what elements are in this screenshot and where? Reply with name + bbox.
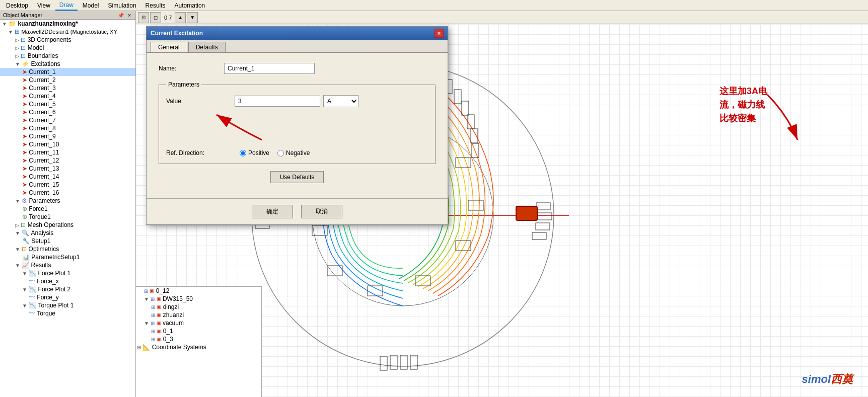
- menu-desktop[interactable]: Desktop: [2, 1, 32, 10]
- tree-optimetrics[interactable]: ▼ ⊡ Optimetrics: [0, 245, 135, 253]
- confirm-button[interactable]: 确定: [252, 205, 293, 218]
- tree-current-13[interactable]: ➤ Current_13: [0, 165, 135, 173]
- tree-current-1[interactable]: ➤ Current_1: [0, 68, 135, 76]
- tree-item-01[interactable]: ⊞ ▣ 0_1: [136, 327, 261, 335]
- menu-draw[interactable]: Draw: [55, 1, 78, 11]
- tree-torque1[interactable]: ⊕ Torque1: [0, 213, 135, 221]
- svg-rect-13: [454, 90, 461, 104]
- toolbar-scroll-dn[interactable]: ▼: [187, 12, 198, 23]
- tree-force-plot-2[interactable]: ▼ 📉 Force Plot 2: [0, 285, 135, 293]
- tree-current-12[interactable]: ➤ Current_12: [0, 156, 135, 165]
- tree-3d-components[interactable]: ▷ ⊡ 3D Components: [0, 36, 135, 44]
- params-group: Parameters Value: A mA kA: [159, 81, 436, 164]
- cancel-button[interactable]: 取消: [301, 205, 342, 218]
- panel-title-bar: Object Manager 📌 ×: [0, 11, 135, 20]
- tree-item-03[interactable]: ⊞ ▣ 0_3: [136, 335, 261, 343]
- menu-results[interactable]: Results: [141, 1, 170, 10]
- name-input[interactable]: [224, 63, 315, 74]
- tree-current-14[interactable]: ➤ Current_14: [0, 173, 135, 181]
- tab-general[interactable]: General: [151, 42, 187, 52]
- tree-item-012[interactable]: ⊞ ▣ 0_12: [136, 287, 261, 295]
- inner-arrow-svg: [196, 112, 297, 142]
- tree-current-7[interactable]: ➤ Current_7: [0, 116, 135, 124]
- tree-current-11[interactable]: ➤ Current_11: [0, 148, 135, 156]
- menu-view[interactable]: View: [33, 1, 54, 10]
- tree-current-2[interactable]: ➤ Current_2: [0, 76, 135, 84]
- svg-rect-18: [536, 203, 550, 210]
- tree-vacuum[interactable]: ▼ ⊞ ▣ vacuum: [136, 319, 261, 327]
- name-label: Name:: [159, 65, 224, 72]
- svg-rect-31: [468, 200, 483, 210]
- value-row: Value: A mA kA: [166, 95, 428, 107]
- panel-pin[interactable]: 📌: [116, 13, 125, 18]
- tree-mesh[interactable]: ▷ ⊡ Mesh Operations: [0, 221, 135, 229]
- tree-current-3[interactable]: ➤ Current_3: [0, 84, 135, 92]
- value-input[interactable]: [235, 96, 320, 107]
- value-label: Value:: [166, 98, 232, 105]
- menu-automation[interactable]: Automation: [171, 1, 209, 10]
- ref-direction-label: Ref. Direction:: [166, 149, 232, 156]
- tree-dw315[interactable]: ▼ ⊞ ▣ DW315_50: [136, 295, 261, 303]
- svg-rect-28: [410, 355, 417, 369]
- toolbar-btn-1[interactable]: ⊡: [138, 12, 149, 23]
- use-defaults-button[interactable]: Use Defaults: [270, 171, 324, 183]
- tree-current-15[interactable]: ➤ Current_15: [0, 181, 135, 189]
- tree-current-5[interactable]: ➤ Current_5: [0, 100, 135, 108]
- negative-label: Negative: [286, 149, 310, 156]
- negative-radio-label[interactable]: Negative: [277, 149, 310, 156]
- toolbar-counter: 0 7: [162, 15, 174, 21]
- tree-force-y[interactable]: 〰 Force_y: [0, 293, 135, 301]
- tree-torque-plot-1[interactable]: ▼ 📉 Torque Plot 1: [0, 301, 135, 309]
- dialog-body: Name: Parameters Value: A mA kA: [147, 53, 448, 198]
- tree-current-4[interactable]: ➤ Current_4: [0, 92, 135, 100]
- tree-current-10[interactable]: ➤ Current_10: [0, 140, 135, 148]
- tree-dingzi[interactable]: ⊞ ▣ dingzi: [136, 303, 261, 311]
- tree-force-x[interactable]: 〰 Force_x: [0, 277, 135, 285]
- tree-parametric-setup[interactable]: 📊 ParametricSetup1: [0, 253, 135, 261]
- tree-coord-systems[interactable]: ⊞ 📐 Coordinate Systems: [136, 343, 261, 351]
- tree-current-9[interactable]: ➤ Current_9: [0, 132, 135, 140]
- dialog-titlebar: Current Excitation ×: [147, 27, 448, 40]
- name-row: Name:: [159, 63, 436, 74]
- dialog-close-button[interactable]: ×: [435, 29, 444, 38]
- bottom-tree-panel: ⊞ ▣ 0_12 ▼ ⊞ ▣ DW315_50 ⊞ ▣ dingzi ⊞: [136, 286, 262, 397]
- tree-force1[interactable]: ⊕ Force1: [0, 205, 135, 213]
- inner-annotation: [166, 112, 428, 142]
- menu-model[interactable]: Model: [79, 1, 103, 10]
- tab-defaults[interactable]: Defaults: [188, 42, 226, 52]
- toolbar-btn-2[interactable]: ◻: [150, 12, 161, 23]
- svg-rect-21: [532, 232, 546, 240]
- positive-label: Positive: [248, 149, 269, 156]
- panel-close[interactable]: ×: [126, 13, 132, 18]
- tree-excitations[interactable]: ▼ ⚡ Excitations: [0, 60, 135, 68]
- design-node[interactable]: ▼ ⊞ Maxwell2DDesian1 (Magnetostatic, XY: [0, 28, 135, 36]
- tree-analysis[interactable]: ▼ 🔍 Analysis: [0, 229, 135, 237]
- menu-simulation[interactable]: Simulation: [104, 1, 140, 10]
- project-node[interactable]: ▼ 📁 kuanzhuanzimoxing*: [0, 20, 135, 28]
- svg-rect-39: [516, 206, 537, 220]
- svg-rect-20: [536, 223, 550, 230]
- tree-parameters[interactable]: ▼ ⚙ Parameters: [0, 197, 135, 205]
- tree-boundaries[interactable]: ▷ ⊡ Boundaries: [0, 52, 135, 60]
- unit-select[interactable]: A mA kA: [323, 95, 358, 107]
- negative-radio[interactable]: [277, 150, 284, 156]
- tree-force-plot-1[interactable]: ▼ 📉 Force Plot 1: [0, 269, 135, 277]
- panel-controls: 📌 ×: [116, 13, 132, 18]
- svg-rect-14: [462, 101, 469, 115]
- dialog-tabs: General Defaults: [147, 40, 448, 53]
- tree-model[interactable]: ▷ ⊡ Model: [0, 44, 135, 52]
- tree-current-8[interactable]: ➤ Current_8: [0, 124, 135, 132]
- panel-title: Object Manager: [3, 12, 42, 18]
- toolbar-scroll-up[interactable]: ▲: [175, 12, 186, 23]
- tree-setup1[interactable]: 🔧 Setup1: [0, 237, 135, 245]
- toolbar-strip: ⊡ ◻ 0 7 ▲ ▼: [136, 11, 868, 24]
- tree-current-6[interactable]: ➤ Current_6: [0, 108, 135, 116]
- tree-torque[interactable]: 〰 Torque: [0, 309, 135, 317]
- svg-rect-27: [400, 355, 407, 369]
- tree-zhuanzi[interactable]: ⊞ ▣ zhuanzi: [136, 311, 261, 319]
- tree-results[interactable]: ▼ 📈 Results: [0, 261, 135, 269]
- menu-bar: Desktop View Draw Model Simulation Resul…: [0, 0, 868, 11]
- positive-radio[interactable]: [240, 150, 246, 156]
- tree-current-16[interactable]: ➤ Current_16: [0, 189, 135, 197]
- positive-radio-label[interactable]: Positive: [240, 149, 269, 156]
